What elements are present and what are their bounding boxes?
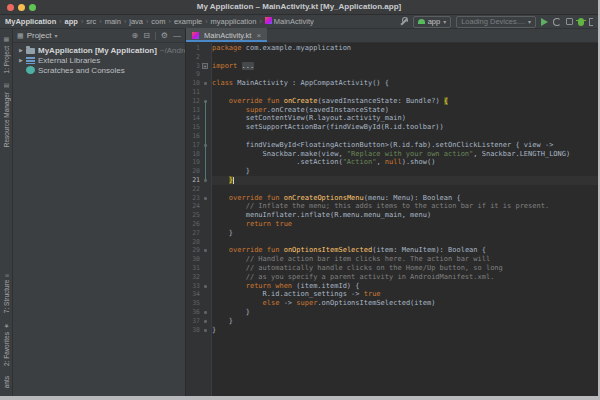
line-number[interactable]: 21: [186, 176, 200, 185]
code-line[interactable]: 18 Snackbar.make(view, "Replace with you…: [186, 150, 598, 159]
wrench-icon[interactable]: [399, 17, 408, 26]
line-number[interactable]: 33: [186, 282, 200, 291]
code-line[interactable]: 19 .setAction("Action", null).show(): [186, 158, 598, 167]
expand-arrow-icon[interactable]: ▶: [19, 57, 26, 63]
expand-arrow-icon[interactable]: ▶: [19, 47, 26, 53]
line-number[interactable]: 17: [186, 141, 200, 150]
breadcrumb-item[interactable]: myapplication: [211, 17, 257, 26]
line-number[interactable]: 25: [186, 211, 200, 220]
code-line[interactable]: 12 override fun onCreate(savedInstanceSt…: [186, 97, 598, 106]
fold-column[interactable]: [200, 141, 212, 150]
line-number[interactable]: 27: [186, 229, 200, 238]
code-line[interactable]: 30 // Handle action bar item clicks here…: [186, 255, 598, 264]
line-number[interactable]: 18: [186, 150, 200, 159]
fold-column[interactable]: +: [200, 62, 212, 71]
sidebar-item-ants[interactable]: ants: [3, 376, 10, 388]
code-line[interactable]: 31 // automatically handle clicks on the…: [186, 264, 598, 273]
code-line[interactable]: 10class MainActivity : AppCompatActivity…: [186, 79, 598, 88]
breadcrumb-item[interactable]: main: [105, 17, 121, 26]
fold-marker-icon[interactable]: [204, 285, 207, 288]
code-line[interactable]: 11: [186, 88, 598, 97]
code-area[interactable]: 1package com.example.myapplication23+imp…: [186, 43, 598, 396]
project-view-selector[interactable]: Project: [27, 31, 52, 40]
device-select[interactable]: Loading Devices.... ▾: [456, 16, 536, 28]
line-number[interactable]: 2: [186, 53, 200, 62]
breadcrumb-item[interactable]: MyApplication: [5, 17, 56, 26]
line-number[interactable]: 15: [186, 123, 200, 132]
fold-column[interactable]: [200, 79, 212, 88]
code-line[interactable]: 26 return true: [186, 220, 598, 229]
line-number[interactable]: 31: [186, 264, 200, 273]
debug-button[interactable]: [578, 18, 584, 26]
line-number[interactable]: 26: [186, 220, 200, 229]
line-number[interactable]: 16: [186, 132, 200, 141]
code-line[interactable]: 28: [186, 238, 598, 247]
fold-column[interactable]: [200, 194, 212, 203]
line-number[interactable]: 1: [186, 44, 200, 53]
line-number[interactable]: 10: [186, 79, 200, 88]
code-editor[interactable]: 1package com.example.myapplication23+imp…: [186, 43, 598, 396]
code-line[interactable]: 27 }: [186, 229, 598, 238]
fold-marker-icon[interactable]: +: [202, 63, 208, 69]
line-number[interactable]: 11: [186, 88, 200, 97]
code-line[interactable]: 37 }: [186, 317, 598, 326]
run-button[interactable]: [541, 18, 548, 26]
line-number[interactable]: 14: [186, 114, 200, 123]
sidebar-item-resource-manager[interactable]: Resource Manager▤: [3, 83, 10, 147]
code-line[interactable]: 15 setSupportActionBar(findViewById(R.id…: [186, 123, 598, 132]
fold-marker-icon[interactable]: [204, 311, 207, 314]
apply-code-changes-icon[interactable]: [566, 18, 573, 25]
line-number[interactable]: 20: [186, 167, 200, 176]
line-number[interactable]: 24: [186, 202, 200, 211]
line-number[interactable]: 12: [186, 97, 200, 106]
line-number[interactable]: 35: [186, 299, 200, 308]
fold-column[interactable]: [200, 246, 212, 255]
line-number[interactable]: 37: [186, 317, 200, 326]
hide-panel-icon[interactable]: —: [173, 31, 181, 40]
code-line[interactable]: 1package com.example.myapplication: [186, 44, 598, 53]
breadcrumb-item[interactable]: src: [86, 17, 96, 26]
sidebar-item-7-structure[interactable]: 7: Structure≡: [3, 274, 10, 313]
line-number[interactable]: 32: [186, 273, 200, 282]
fold-column[interactable]: [200, 308, 212, 317]
line-number[interactable]: 22: [186, 185, 200, 194]
breadcrumb-item[interactable]: com: [151, 17, 165, 26]
code-line[interactable]: 34 R.id.action_settings -> true: [186, 290, 598, 299]
tree-item[interactable]: ▶External Libraries: [13, 55, 185, 65]
code-line[interactable]: 38}: [186, 326, 598, 335]
line-number[interactable]: 13: [186, 106, 200, 115]
line-number[interactable]: 36: [186, 308, 200, 317]
code-line[interactable]: 2: [186, 53, 598, 62]
code-line[interactable]: 21 }: [186, 176, 598, 185]
line-number[interactable]: 29: [186, 246, 200, 255]
code-line[interactable]: 22: [186, 185, 598, 194]
locate-file-icon[interactable]: ⊕: [131, 31, 138, 40]
fold-column[interactable]: [200, 97, 212, 106]
code-line[interactable]: 32 // as you specify a parent activity i…: [186, 273, 598, 282]
sidebar-item-2-favorites[interactable]: 2: Favorites★: [3, 323, 10, 366]
fold-marker-icon[interactable]: [204, 249, 207, 252]
code-line[interactable]: 23 override fun onCreateOptionsMenu(menu…: [186, 194, 598, 203]
line-number[interactable]: 38: [186, 326, 200, 335]
breadcrumb-item[interactable]: app: [65, 17, 78, 26]
run-configuration-select[interactable]: app ▾: [413, 16, 452, 28]
code-line[interactable]: 24 // Inflate the menu; this adds items …: [186, 202, 598, 211]
fold-column[interactable]: [200, 326, 212, 335]
code-line[interactable]: 29 override fun onOptionsItemSelected(it…: [186, 246, 598, 255]
sidebar-item-1-project[interactable]: 1: Project▦: [3, 37, 10, 73]
code-line[interactable]: 17 findViewById<FloatingActionButton>(R.…: [186, 141, 598, 150]
fold-marker-icon[interactable]: [204, 320, 207, 323]
breadcrumb-item[interactable]: java: [129, 17, 143, 26]
code-line[interactable]: 16: [186, 132, 598, 141]
line-number[interactable]: 23: [186, 194, 200, 203]
fold-marker-icon[interactable]: [204, 197, 207, 200]
line-number[interactable]: 3: [186, 62, 200, 71]
line-number[interactable]: 30: [186, 255, 200, 264]
gear-icon[interactable]: ⚙: [161, 31, 168, 40]
tab-mainactivity[interactable]: MainActivity.kt ×: [186, 28, 267, 42]
code-line[interactable]: 13 super.onCreate(savedInstanceState): [186, 106, 598, 115]
line-number[interactable]: 28: [186, 238, 200, 247]
code-line[interactable]: 9: [186, 70, 598, 79]
tree-item[interactable]: ▶MyApplication [My Application]~/Android: [13, 45, 185, 55]
fold-marker-icon[interactable]: [204, 329, 207, 332]
